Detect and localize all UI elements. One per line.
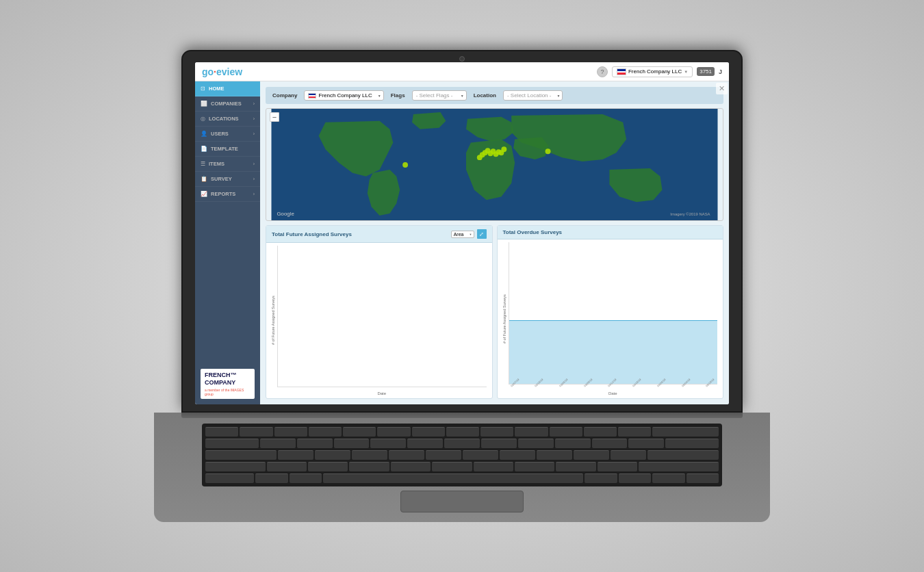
users-icon: 👤 <box>201 131 207 137</box>
overdue-x-label: Date <box>608 391 617 395</box>
laptop-keyboard-deck <box>154 413 770 522</box>
key <box>518 439 554 448</box>
key <box>240 427 272 437</box>
key <box>352 450 387 460</box>
header-flag <box>617 68 626 75</box>
key <box>592 439 628 448</box>
sidebar-item-template[interactable]: 📄 TEMPLATE <box>195 142 260 157</box>
reports-arrow: › <box>253 192 255 196</box>
future-surveys-panel: Total Future Assigned Surveys Area ▼ ⤢ <box>266 225 493 399</box>
sidebar-logo-subtitle: a member of the IMAGES group <box>205 388 251 396</box>
key <box>391 462 431 471</box>
locations-arrow: › <box>253 116 255 121</box>
location-filter-label: Location <box>474 92 496 99</box>
overdue-surveys-plot <box>509 242 718 385</box>
svg-point-12 <box>546 148 551 154</box>
overdue-chart-fill <box>509 320 718 384</box>
key <box>574 450 609 460</box>
key-row-4 <box>205 462 719 471</box>
future-surveys-body: # of Future Assigned Surveys Date <box>266 243 492 398</box>
key <box>412 427 445 437</box>
close-button[interactable]: ✕ <box>716 83 728 94</box>
sidebar-item-items[interactable]: ☰ ITEMS › <box>195 157 260 172</box>
header-badge: 3751 <box>697 67 715 76</box>
trackpad[interactable] <box>400 491 524 512</box>
app-logo: go·eview <box>202 66 242 77</box>
location-placeholder: - Select Location - <box>507 92 551 99</box>
sidebar-item-users[interactable]: 👤 USERS › <box>195 127 260 142</box>
spacebar <box>323 473 583 483</box>
overdue-surveys-header: Total Overdue Surveys <box>498 226 723 239</box>
key <box>297 439 333 448</box>
survey-icon: 📋 <box>201 176 207 182</box>
screen-bezel: go·eview ? French Company LLC ▼ 3751 <box>195 62 729 404</box>
sidebar-item-companies[interactable]: ⬜ COMPANIES › <box>195 96 260 112</box>
template-icon: 📄 <box>201 146 207 152</box>
sidebar-item-locations[interactable]: ◎ LOCATIONS › <box>195 112 260 127</box>
company-selector-header[interactable]: French Company LLC ▼ <box>612 66 693 77</box>
sidebar-item-home[interactable]: ⊡ HOME <box>195 81 260 96</box>
key <box>444 439 480 448</box>
key <box>205 473 254 483</box>
charts-row: Total Future Assigned Surveys Area ▼ ⤢ <box>266 225 723 399</box>
sidebar-label-locations: LOCATIONS <box>209 116 239 122</box>
chart-header-controls: Area ▼ ⤢ <box>451 229 487 239</box>
expand-button[interactable]: ⤢ <box>477 229 487 239</box>
key <box>555 439 591 448</box>
flags-filter-select[interactable]: - Select Flags - ▼ <box>412 90 467 101</box>
svg-text:Google: Google <box>277 211 294 217</box>
key <box>370 439 406 448</box>
overdue-surveys-title: Total Overdue Surveys <box>503 229 563 235</box>
future-surveys-x-label: Date <box>377 391 386 395</box>
key-row-5 <box>205 473 719 483</box>
key <box>205 462 266 471</box>
company-filter-select[interactable]: French Company LLC ▼ <box>304 90 383 101</box>
help-button[interactable]: ? <box>597 66 608 77</box>
key-row-2 <box>205 439 719 448</box>
overdue-surveys-chart-area: 02/07/19 02/18/19 03/05/19 03/28/19 04/1… <box>509 242 718 395</box>
sidebar-label-survey: SURVEY <box>211 176 232 182</box>
sidebar-item-reports[interactable]: 📈 REPORTS › <box>195 187 260 202</box>
content-area: ✕ Company French Company LLC ▼ Flags <box>260 81 729 404</box>
key <box>463 450 498 460</box>
laptop-container: go·eview ? French Company LLC ▼ 3751 <box>154 50 770 522</box>
key <box>205 427 238 437</box>
sidebar-item-survey[interactable]: 📋 SURVEY › <box>195 172 260 187</box>
map-zoom-in[interactable]: − <box>270 112 279 122</box>
sidebar-company-logo: FRENCH™ COMPANY a member of the IMAGES g… <box>195 363 260 404</box>
home-icon: ⊡ <box>201 86 205 92</box>
key <box>515 427 548 437</box>
key <box>274 427 307 437</box>
sidebar: ⊡ HOME ⬜ COMPANIES › ◎ LOCATIONS › <box>195 81 260 404</box>
key <box>550 427 582 437</box>
area-select[interactable]: Area ▼ <box>451 231 474 238</box>
sidebar-logo-box: FRENCH™ COMPANY a member of the IMAGES g… <box>201 369 255 399</box>
key-row-1 <box>205 427 719 437</box>
key <box>377 427 410 437</box>
key <box>556 462 595 471</box>
key <box>255 473 287 483</box>
companies-arrow: › <box>253 101 255 106</box>
app-header: go·eview ? French Company LLC ▼ 3751 <box>195 62 729 81</box>
overdue-surveys-panel: Total Overdue Surveys # of Future Assign… <box>497 225 724 399</box>
key <box>426 450 461 460</box>
map-controls: − <box>270 112 279 122</box>
location-filter-select[interactable]: - Select Location - ▼ <box>503 90 563 101</box>
key <box>647 450 719 460</box>
key <box>480 427 513 437</box>
future-surveys-y-label: # of Future Assigned Surveys <box>269 246 277 395</box>
laptop-screen-lid: go·eview ? French Company LLC ▼ 3751 <box>181 50 743 413</box>
key <box>537 450 572 460</box>
svg-point-10 <box>501 146 506 152</box>
svg-point-11 <box>402 162 408 168</box>
filter-bar: Company French Company LLC ▼ Flags - Sel… <box>266 87 723 104</box>
key <box>652 427 719 437</box>
key <box>309 427 342 437</box>
overdue-surveys-y-label: # of Future Assigned Surveys <box>500 242 509 395</box>
key <box>389 450 424 460</box>
header-user: J <box>719 68 722 75</box>
key <box>611 450 646 460</box>
svg-point-9 <box>477 155 483 160</box>
key <box>598 462 637 471</box>
svg-text:Imagery ©2019 NASA: Imagery ©2019 NASA <box>670 212 710 216</box>
